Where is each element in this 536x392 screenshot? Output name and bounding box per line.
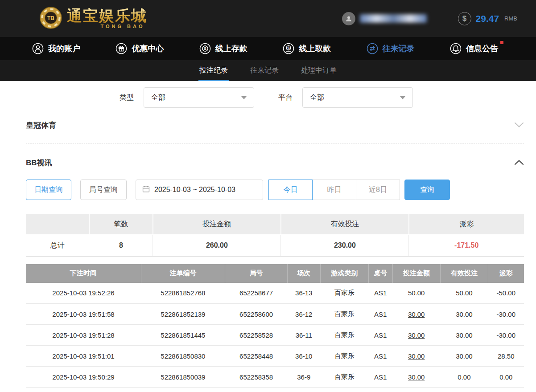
cell-bet_id: 522861850039 (141, 367, 225, 388)
type-dropdown[interactable]: 全部 (144, 87, 254, 108)
top-header: TB 通宝娱乐城 TONG BAO $ 29.47 RMB (0, 0, 536, 37)
cell-round: 652258600 (225, 304, 288, 325)
search-button[interactable]: 查询 (404, 180, 450, 200)
nav-item-promotions[interactable]: 优惠中心 (115, 43, 164, 54)
nav-item-announcements[interactable]: 信息公告 (450, 43, 498, 54)
cell-valid: 30.00 (440, 325, 488, 346)
nav-label: 信息公告 (466, 43, 498, 54)
quick-date-group: 今日 昨日 近8日 (268, 180, 400, 200)
cell-round: 652258358 (225, 367, 288, 388)
cell-session: 36-10 (287, 346, 320, 367)
cell-bet[interactable]: 30.00 (392, 367, 440, 388)
cell-time: 2025-10-03 19:51:01 (26, 346, 141, 367)
table-row: 2025-10-03 19:51:01522861850830652258448… (26, 346, 524, 367)
bet-table-header-row: 下注时间 注单编号 局号 场次 游戏类别 桌号 投注金额 有效投注 派彩 (26, 264, 524, 283)
notification-badge (500, 41, 503, 44)
nav-item-transaction-records[interactable]: 往来记录 (367, 43, 415, 54)
cell-game: 百家乐 (320, 367, 368, 388)
cell-bet[interactable]: 30.00 (392, 325, 440, 346)
summary-valid: 230.00 (281, 235, 409, 256)
balance-display: $ 29.47 RMB (458, 12, 517, 25)
nav-label: 线上取款 (299, 43, 331, 54)
cell-bet[interactable]: 30.00 (392, 304, 440, 325)
date-range-value: 2025-10-03 ~ 2025-10-03 (154, 186, 235, 194)
balance-amount: 29.47 (476, 13, 499, 24)
crown-section-title: 皇冠体育 (26, 120, 56, 131)
summary-header-row: 笔数 投注金额 有效投注 派彩 (26, 213, 524, 235)
nav-label: 优惠中心 (132, 43, 164, 54)
chevron-down-icon (400, 96, 405, 99)
nav-label: 我的账户 (48, 43, 80, 54)
query-controls: 日期查询 局号查询 2025-10-03 ~ 2025-10-03 今日 昨日 … (26, 180, 524, 200)
svg-text:TB: TB (47, 15, 54, 21)
summary-header-valid: 有效投注 (281, 213, 409, 235)
type-dropdown-value: 全部 (151, 93, 165, 102)
dollar-coin-icon: $ (458, 12, 471, 25)
cell-bet[interactable]: 30.00 (392, 346, 440, 367)
table-row: 2025-10-03 19:50:29522861850039652258358… (26, 367, 524, 388)
nav-item-deposit[interactable]: $ 线上存款 (199, 43, 247, 54)
col-header-payout: 派彩 (488, 264, 524, 283)
cell-table_no: AS1 (368, 325, 392, 346)
table-row: 2025-10-03 19:51:58522861852139652258600… (26, 304, 524, 325)
nav-item-my-account[interactable]: 我的账户 (32, 43, 80, 54)
user-account[interactable] (342, 12, 427, 25)
cell-time: 2025-10-03 19:51:28 (26, 325, 141, 346)
bell-icon (450, 43, 462, 54)
last-8-days-button[interactable]: 近8日 (356, 180, 400, 200)
round-query-button[interactable]: 局号查询 (80, 180, 127, 200)
platform-label: 平台 (278, 93, 293, 102)
cell-table_no: AS1 (368, 304, 392, 325)
cell-time: 2025-10-03 19:52:26 (26, 283, 141, 304)
cell-round: 652258448 (225, 346, 288, 367)
cell-time: 2025-10-03 19:51:58 (26, 304, 141, 325)
avatar[interactable] (342, 12, 355, 25)
chevron-up-icon[interactable] (514, 159, 524, 167)
summary-total-row: 总计 8 260.00 230.00 -171.50 (26, 235, 524, 256)
table-row: 2025-10-03 19:52:26522861852768652258677… (26, 283, 524, 304)
yesterday-button[interactable]: 昨日 (312, 180, 356, 200)
cell-table_no: AS1 (368, 283, 392, 304)
balance-unit: RMB (504, 15, 517, 22)
summary-bet: 260.00 (153, 235, 281, 256)
transfer-arrows-icon (367, 43, 378, 54)
summary-header-blank (26, 213, 89, 235)
today-button[interactable]: 今日 (268, 180, 313, 200)
summary-header-count: 笔数 (89, 213, 153, 235)
cell-payout: 0.00 (488, 367, 524, 388)
cell-valid: 30.00 (440, 346, 488, 367)
section-bb-video: BB视讯 (26, 158, 524, 168)
chevron-down-icon[interactable] (514, 122, 524, 130)
col-header-game-type: 游戏类别 (320, 264, 368, 283)
deposit-coin-icon: $ (199, 43, 211, 54)
summary-header-bet: 投注金额 (153, 213, 281, 235)
tab-transaction-records[interactable]: 往来记录 (249, 60, 280, 81)
date-range-input[interactable]: 2025-10-03 ~ 2025-10-03 (136, 180, 263, 200)
main-nav: 我的账户 优惠中心 $ 线上存款 $ 线上取款 (0, 37, 536, 60)
bet-table-body: 2025-10-03 19:52:26522861852768652258677… (26, 283, 524, 388)
platform-dropdown[interactable]: 全部 (302, 87, 413, 108)
date-query-button[interactable]: 日期查询 (26, 180, 71, 200)
bb-section-title: BB视讯 (26, 158, 52, 168)
platform-dropdown-value: 全部 (310, 93, 324, 102)
cell-session: 36-9 (287, 367, 320, 388)
type-label: 类型 (120, 93, 134, 102)
cell-payout: -30.00 (488, 304, 524, 325)
cell-game: 百家乐 (320, 283, 368, 304)
col-header-valid-bet: 有效投注 (440, 264, 488, 283)
cell-session: 36-13 (287, 283, 320, 304)
site-logo: TB 通宝娱乐城 TONG BAO (39, 6, 147, 31)
summary-total-label: 总计 (26, 235, 89, 256)
tab-bet-records[interactable]: 投注纪录 (198, 60, 229, 81)
summary-payout: -171.50 (409, 235, 524, 256)
cell-time: 2025-10-03 19:50:29 (26, 367, 141, 388)
nav-item-withdraw[interactable]: $ 线上取款 (283, 43, 331, 54)
col-header-round: 局号 (225, 264, 288, 283)
site-title: 通宝娱乐城 (67, 8, 147, 23)
cell-valid: 0.00 (440, 367, 488, 388)
tab-pending-orders[interactable]: 处理中订单 (300, 60, 338, 81)
cell-bet[interactable]: 50.00 (392, 283, 440, 304)
cell-session: 36-11 (287, 325, 320, 346)
summary-count: 8 (89, 235, 153, 256)
cell-payout: -30.00 (488, 325, 524, 346)
